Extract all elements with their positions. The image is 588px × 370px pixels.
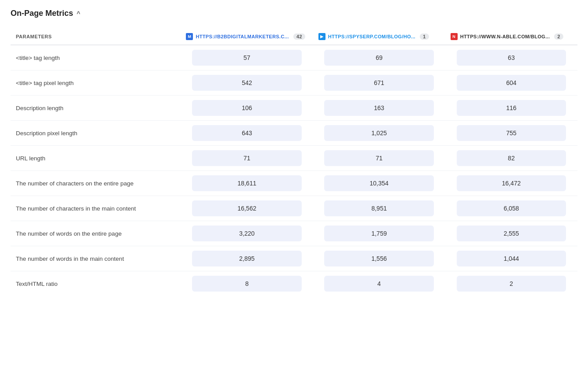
value-badge: 106 (192, 100, 302, 116)
value-badge: 71 (324, 150, 434, 166)
value-badge: 2 (457, 276, 566, 292)
value-cell: 16,472 (445, 171, 577, 196)
value-cell: 63 (445, 45, 577, 70)
table-row: The number of characters in the main con… (11, 196, 577, 221)
value-cell: 1,556 (313, 246, 445, 271)
value-cell: 643 (181, 121, 313, 146)
collapse-chevron[interactable]: ^ (77, 10, 80, 17)
value-cell: 1,044 (445, 246, 577, 271)
param-label: Text/HTML ratio (11, 271, 181, 296)
site-icon-spy: ▶ (318, 33, 325, 40)
value-badge: 16,562 (192, 200, 302, 216)
value-cell: 2 (445, 271, 577, 296)
value-badge: 71 (192, 150, 302, 166)
value-cell: 542 (181, 70, 313, 96)
table-row: Text/HTML ratio842 (11, 271, 577, 296)
value-cell: 1,759 (313, 221, 445, 246)
site-url-b2b[interactable]: HTTPS://B2BDIGITALMARKETERS.C... (196, 34, 288, 39)
site-header-nable: N HTTPS://WWW.N-ABLE.COM/BLOG... 2 (445, 29, 577, 45)
param-label: The number of words in the main content (11, 246, 181, 271)
param-label: The number of characters on the entire p… (11, 171, 181, 196)
site-rank-spy: 1 (420, 33, 429, 40)
site-icon-b2b: M (186, 33, 193, 40)
table-row: URL length717182 (11, 146, 577, 171)
value-cell: 163 (313, 96, 445, 121)
param-label: Description length (11, 96, 181, 121)
value-badge: 18,611 (192, 175, 302, 191)
value-badge: 3,220 (192, 226, 302, 241)
value-cell: 18,611 (181, 171, 313, 196)
value-cell: 6,058 (445, 196, 577, 221)
value-badge: 4 (324, 276, 434, 292)
value-badge: 116 (457, 100, 566, 116)
value-badge: 1,025 (324, 125, 434, 141)
value-badge: 16,472 (457, 175, 566, 191)
value-cell: 116 (445, 96, 577, 121)
table-row: <title> tag length576963 (11, 45, 577, 70)
site-header-b2b: M HTTPS://B2BDIGITALMARKETERS.C... 42 (181, 29, 313, 45)
value-cell: 2,555 (445, 221, 577, 246)
site-header-spy: ▶ HTTPS://SPYSERP.COM/BLOG/HO... 1 (313, 29, 445, 45)
site-url-spy[interactable]: HTTPS://SPYSERP.COM/BLOG/HO... (328, 34, 416, 39)
value-badge: 2,895 (192, 251, 302, 266)
table-row: Description pixel length6431,025755 (11, 121, 577, 146)
value-cell: 69 (313, 45, 445, 70)
value-cell: 71 (181, 146, 313, 171)
value-badge: 604 (457, 75, 566, 91)
value-badge: 1,556 (324, 251, 434, 266)
value-badge: 2,555 (457, 226, 566, 241)
site-rank-nable: 2 (554, 33, 563, 40)
value-cell: 57 (181, 45, 313, 70)
value-cell: 82 (445, 146, 577, 171)
value-badge: 163 (324, 100, 434, 116)
table-row: The number of words in the main content2… (11, 246, 577, 271)
value-badge: 542 (192, 75, 302, 91)
value-badge: 8,951 (324, 200, 434, 216)
param-label: Description pixel length (11, 121, 181, 146)
value-cell: 8,951 (313, 196, 445, 221)
table-row: <title> tag pixel length542671604 (11, 70, 577, 96)
section-title-text: On-Page Metrics (11, 9, 73, 18)
site-url-nable[interactable]: HTTPS://WWW.N-ABLE.COM/BLOG... (460, 34, 550, 39)
value-cell: 8 (181, 271, 313, 296)
value-cell: 755 (445, 121, 577, 146)
page-container: On-Page Metrics ^ PARAMETERS M HTTPS://B… (0, 0, 588, 305)
value-cell: 4 (313, 271, 445, 296)
value-badge: 671 (324, 75, 434, 91)
value-badge: 643 (192, 125, 302, 141)
value-badge: 1,759 (324, 226, 434, 241)
site-icon-nable: N (451, 33, 458, 40)
value-badge: 69 (324, 50, 434, 66)
value-cell: 1,025 (313, 121, 445, 146)
value-badge: 63 (457, 50, 566, 66)
value-cell: 671 (313, 70, 445, 96)
param-label: The number of characters in the main con… (11, 196, 181, 221)
value-cell: 71 (313, 146, 445, 171)
value-cell: 10,354 (313, 171, 445, 196)
value-badge: 57 (192, 50, 302, 66)
value-cell: 2,895 (181, 246, 313, 271)
value-badge: 10,354 (324, 175, 434, 191)
table-row: The number of characters on the entire p… (11, 171, 577, 196)
param-label: The number of words on the entire page (11, 221, 181, 246)
param-label: <title> tag length (11, 45, 181, 70)
site-rank-b2b: 42 (293, 33, 305, 40)
value-cell: 604 (445, 70, 577, 96)
value-cell: 106 (181, 96, 313, 121)
value-badge: 8 (192, 276, 302, 292)
value-badge: 755 (457, 125, 566, 141)
value-badge: 1,044 (457, 251, 566, 266)
table-header-row: PARAMETERS M HTTPS://B2BDIGITALMARKETERS… (11, 29, 577, 45)
param-label: <title> tag pixel length (11, 70, 181, 96)
value-badge: 6,058 (457, 200, 566, 216)
value-badge: 82 (457, 150, 566, 166)
table-row: The number of words on the entire page3,… (11, 221, 577, 246)
metrics-table: PARAMETERS M HTTPS://B2BDIGITALMARKETERS… (11, 29, 577, 296)
params-header: PARAMETERS (11, 29, 181, 45)
param-label: URL length (11, 146, 181, 171)
value-cell: 3,220 (181, 221, 313, 246)
section-title: On-Page Metrics ^ (11, 9, 577, 18)
table-row: Description length106163116 (11, 96, 577, 121)
value-cell: 16,562 (181, 196, 313, 221)
